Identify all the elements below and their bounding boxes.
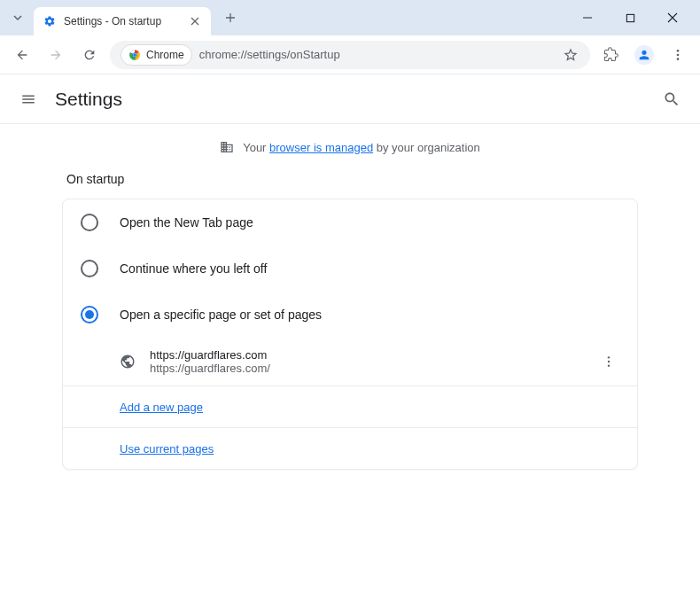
radio-continue[interactable]: Continue where you left off xyxy=(63,245,637,292)
section-title: On startup xyxy=(66,172,665,186)
extensions-button[interactable] xyxy=(597,42,624,68)
bookmark-star-icon[interactable] xyxy=(562,46,579,64)
search-icon[interactable] xyxy=(661,89,682,110)
radio-icon xyxy=(81,306,98,323)
svg-point-11 xyxy=(608,364,610,366)
use-current-pages-link[interactable]: Use current pages xyxy=(120,442,214,456)
svg-point-9 xyxy=(608,356,610,358)
add-new-page-link[interactable]: Add a new page xyxy=(120,401,203,414)
forward-button[interactable] xyxy=(43,42,69,68)
gear-icon xyxy=(43,14,57,28)
close-icon[interactable] xyxy=(188,14,202,28)
svg-point-5 xyxy=(133,53,136,57)
page-info: https://guardflares.com https://guardfla… xyxy=(150,348,584,375)
maximize-button[interactable] xyxy=(617,4,643,31)
svg-rect-0 xyxy=(626,14,634,21)
page-title-text: https://guardflares.com xyxy=(150,348,584,362)
window-titlebar: Settings - On startup xyxy=(0,0,700,35)
page-kebab-menu[interactable] xyxy=(598,351,619,372)
add-page-row: Add a new page xyxy=(63,386,637,427)
managed-text: Your browser is managed by your organiza… xyxy=(243,141,480,154)
new-tab-button[interactable] xyxy=(218,5,243,30)
radio-new-tab[interactable]: Open the New Tab page xyxy=(63,199,637,245)
svg-point-8 xyxy=(677,58,680,60)
managed-link[interactable]: browser is managed xyxy=(269,141,373,154)
site-chip[interactable]: Chrome xyxy=(121,44,192,66)
startup-card: Open the New Tab page Continue where you… xyxy=(62,199,638,470)
browser-tab[interactable]: Settings - On startup xyxy=(34,7,211,35)
radio-specific-pages[interactable]: Open a specific page or set of pages xyxy=(63,292,637,338)
page-url-text: https://guardflares.com/ xyxy=(150,362,584,375)
building-icon xyxy=(220,140,234,154)
radio-label: Continue where you left off xyxy=(120,261,267,276)
window-controls xyxy=(574,4,693,31)
svg-point-10 xyxy=(608,361,610,362)
reload-button[interactable] xyxy=(76,42,103,68)
back-button[interactable] xyxy=(9,42,35,68)
managed-banner: Your browser is managed by your organiza… xyxy=(35,140,665,154)
tab-title: Settings - On startup xyxy=(64,15,181,27)
profile-button[interactable] xyxy=(631,42,657,68)
radio-icon xyxy=(81,260,98,277)
minimize-button[interactable] xyxy=(574,4,601,31)
settings-header: Settings xyxy=(0,74,700,124)
url-text: chrome://settings/onStartup xyxy=(199,48,555,61)
browser-toolbar: Chrome chrome://settings/onStartup xyxy=(0,35,700,74)
radio-icon xyxy=(81,214,98,231)
startup-page-row: https://guardflares.com https://guardfla… xyxy=(63,338,637,386)
radio-label: Open a specific page or set of pages xyxy=(120,308,322,322)
hamburger-menu-icon[interactable] xyxy=(18,89,39,110)
svg-point-7 xyxy=(677,53,680,56)
address-bar[interactable]: Chrome chrome://settings/onStartup xyxy=(110,41,590,69)
settings-content: Your browser is managed by your organiza… xyxy=(0,124,700,486)
close-window-button[interactable] xyxy=(659,4,686,31)
radio-label: Open the New Tab page xyxy=(120,215,253,230)
page-title: Settings xyxy=(55,89,122,110)
kebab-menu-button[interactable] xyxy=(665,42,691,68)
tab-search-dropdown[interactable] xyxy=(7,7,28,28)
site-chip-label: Chrome xyxy=(146,49,184,61)
svg-point-6 xyxy=(677,50,680,52)
globe-icon xyxy=(120,354,136,370)
use-current-row: Use current pages xyxy=(63,427,637,469)
